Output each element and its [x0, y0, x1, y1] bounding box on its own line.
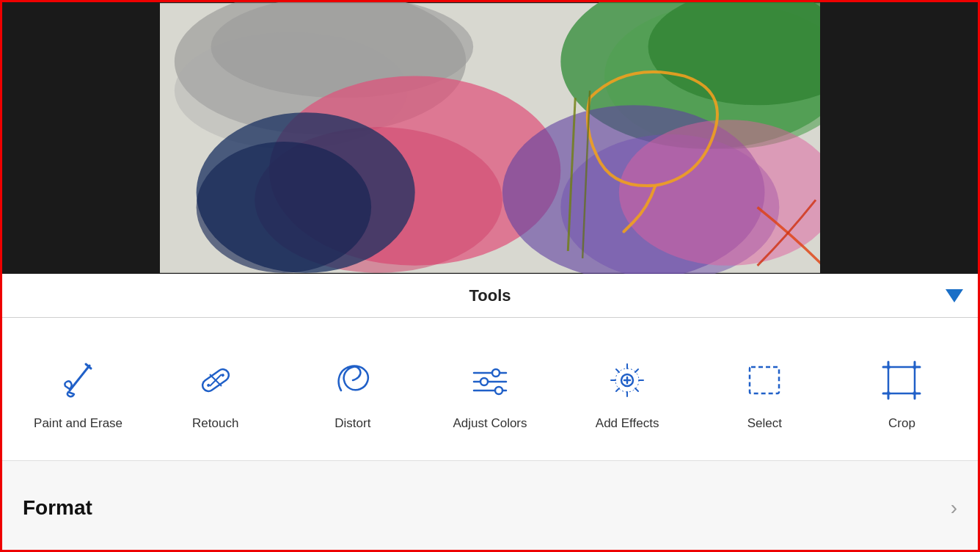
crop-label: Crop — [888, 416, 915, 431]
tools-header: Tools — [2, 274, 978, 318]
svg-rect-42 — [750, 367, 779, 393]
format-row[interactable]: Format › — [2, 461, 978, 552]
add-effects-icon — [601, 355, 653, 406]
svg-line-17 — [70, 366, 89, 391]
retouch-label: Retouch — [192, 416, 238, 431]
format-chevron-icon: › — [951, 496, 957, 520]
adjust-colors-icon — [464, 355, 516, 406]
crop-icon — [876, 355, 927, 406]
svg-point-23 — [221, 373, 225, 377]
retouch-icon — [190, 355, 241, 406]
svg-rect-43 — [888, 367, 915, 393]
tools-collapse-button[interactable] — [946, 289, 963, 302]
tool-distort[interactable]: Distort — [284, 333, 421, 453]
tool-crop[interactable]: Crop — [833, 333, 970, 453]
tool-select[interactable]: Select — [696, 333, 833, 453]
svg-line-39 — [635, 369, 638, 372]
paint-erase-icon — [53, 355, 104, 406]
tools-grid: Paint and Erase Retouch Distort — [2, 318, 978, 461]
painting-canvas[interactable] — [160, 2, 820, 274]
tools-title: Tools — [469, 286, 511, 305]
tool-adjust-colors[interactable]: Adjust Colors — [421, 333, 558, 453]
canvas-area — [2, 2, 978, 274]
tool-paint-erase[interactable]: Paint and Erase — [10, 333, 147, 453]
paint-erase-label: Paint and Erase — [34, 416, 122, 431]
svg-point-8 — [197, 142, 371, 273]
distort-icon — [327, 355, 379, 406]
add-effects-label: Add Effects — [596, 416, 659, 431]
svg-point-25 — [492, 369, 500, 377]
tool-add-effects[interactable]: Add Effects — [559, 333, 696, 453]
select-label: Select — [747, 416, 782, 431]
svg-point-29 — [495, 387, 502, 394]
svg-point-27 — [480, 378, 488, 385]
svg-line-37 — [616, 369, 619, 372]
format-label: Format — [23, 496, 92, 520]
select-icon — [739, 355, 790, 406]
distort-label: Distort — [334, 416, 370, 431]
adjust-colors-label: Adjust Colors — [453, 416, 527, 431]
tool-retouch[interactable]: Retouch — [147, 333, 284, 453]
svg-line-40 — [616, 388, 619, 391]
svg-point-22 — [206, 383, 211, 388]
svg-line-38 — [635, 388, 638, 391]
artwork-svg — [160, 2, 820, 274]
